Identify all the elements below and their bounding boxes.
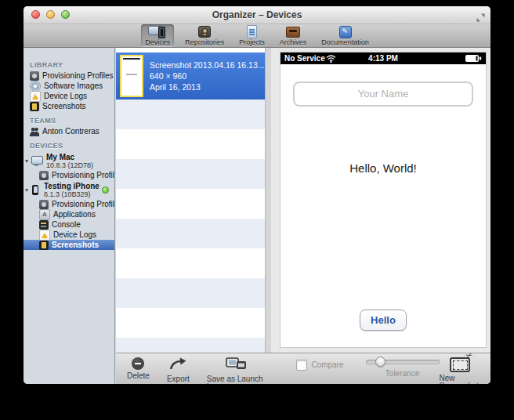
fullscreen-icon[interactable]: [476, 11, 485, 20]
sidebar-item-label: Anton Contreras: [42, 127, 100, 136]
sidebar-item-provisioning-profiles[interactable]: Provisioning Profiles: [24, 71, 114, 81]
screenshot-dimensions: 640 × 960: [150, 71, 266, 81]
archives-icon: [283, 25, 303, 39]
compare-control: Compare: [296, 360, 343, 371]
provisioning-profiles-icon: [30, 71, 39, 81]
device-os-version: 10.8.3 (12D78): [46, 161, 93, 169]
device-connected-dot: [102, 186, 109, 194]
new-screenshot-label: New Screenshot: [440, 375, 481, 384]
sidebar-section-library: LIBRARY: [30, 61, 114, 69]
organizer-window: Organizer – Devices Devices Repositories…: [24, 6, 490, 384]
export-icon: [169, 357, 186, 373]
toolbar-label: Devices: [145, 39, 170, 46]
toolbar-item-repositories[interactable]: Repositories: [181, 24, 228, 46]
sidebar-item-mac-provisioning-profiles[interactable]: Provisioning Profiles: [24, 170, 114, 180]
sidebar-item-label: Device Logs: [53, 230, 96, 239]
device-os-version: 6.1.3 (10B329): [44, 190, 100, 198]
team-icon: [30, 127, 39, 136]
repositories-icon: [194, 25, 215, 39]
export-label: Export: [167, 375, 190, 383]
status-time: 4:13 PM: [281, 54, 486, 63]
export-button[interactable]: Export: [167, 357, 190, 383]
sidebar: LIBRARY Provisioning Profiles Software I…: [24, 48, 115, 384]
sidebar-item-label: Screenshots: [42, 102, 86, 110]
sidebar-item-label: Device Logs: [44, 92, 87, 100]
iphone-icon: [32, 185, 38, 195]
documentation-icon: [335, 25, 356, 39]
toolbar-label: Documentation: [321, 39, 369, 46]
preview-panel: No Service 4:13 PM Your Name Hello, Worl…: [271, 48, 490, 353]
mac-icon: [31, 156, 43, 165]
tolerance-slider[interactable]: [366, 360, 440, 364]
toolbar-label: Archives: [280, 39, 307, 46]
list-scrollbar[interactable]: [265, 48, 271, 353]
sidebar-item-label: Provisioning Profiles: [52, 200, 115, 208]
window-title: Organizer – Devices: [24, 9, 490, 20]
provisioning-profiles-icon: [39, 200, 49, 209]
toolbar-label: Projects: [239, 39, 265, 46]
toolbar-item-projects[interactable]: Projects: [235, 24, 269, 46]
iphone-status-bar: No Service 4:13 PM: [281, 52, 486, 64]
toolbar-item-archives[interactable]: Archives: [276, 24, 311, 46]
disclosure-triangle-icon[interactable]: ▾: [25, 186, 31, 194]
applications-icon: [39, 209, 50, 220]
compare-checkbox[interactable]: [296, 360, 307, 371]
toolbar-item-documentation[interactable]: Documentation: [317, 24, 373, 46]
device-logs-icon: [39, 230, 50, 241]
sidebar-item-software-images[interactable]: Software Images: [24, 81, 114, 91]
sidebar-item-iphone-provisioning-profiles[interactable]: Provisioning Profiles: [24, 199, 114, 209]
delete-label: Delete: [127, 372, 150, 380]
delete-icon: [132, 357, 144, 370]
bottom-toolbar: Delete Export Save as Launch Image Compa…: [116, 353, 490, 384]
tolerance-control: Tolerance: [366, 360, 440, 378]
sidebar-section-teams: TEAMS: [30, 117, 114, 125]
screenshot-list: Screenshot 2013.04.16 16.13.... 640 × 96…: [116, 48, 271, 353]
main-toolbar: Devices Repositories Projects Archives D…: [24, 24, 490, 48]
toolbar-item-devices[interactable]: Devices: [141, 24, 174, 46]
battery-icon: [465, 55, 482, 63]
title-bar[interactable]: Organizer – Devices: [24, 6, 490, 24]
save-as-launch-image-button[interactable]: Save as Launch Image: [207, 357, 266, 384]
disclosure-triangle-icon[interactable]: ▾: [25, 158, 31, 165]
console-icon: [39, 220, 49, 230]
compare-label: Compare: [311, 361, 343, 369]
sidebar-item-device-logs[interactable]: Device Logs: [24, 91, 114, 101]
sidebar-item-iphone-device-logs[interactable]: Device Logs: [24, 230, 114, 240]
new-screenshot-icon: [450, 357, 470, 372]
device-logs-icon: [30, 91, 41, 102]
delete-button[interactable]: Delete: [127, 357, 150, 380]
sidebar-section-devices: DEVICES: [30, 142, 114, 150]
name-textfield: Your Name: [293, 81, 473, 107]
provisioning-profiles-icon: [39, 171, 49, 180]
screenshot-title: Screenshot 2013.04.16 16.13....: [150, 60, 266, 71]
screenshot-thumbnail: [120, 55, 143, 97]
sidebar-item-label: Applications: [53, 210, 96, 219]
sidebar-device-my-mac[interactable]: ▾ My Mac 10.8.3 (12D78): [24, 151, 114, 170]
sidebar-item-console[interactable]: Console: [24, 219, 114, 230]
new-screenshot-button[interactable]: New Screenshot: [440, 357, 481, 384]
projects-icon: [241, 25, 262, 39]
hello-button: Hello: [360, 310, 407, 331]
software-images-icon: [30, 81, 41, 92]
save-launch-image-label: Save as Launch Image: [207, 375, 266, 384]
sidebar-item-label: Software Images: [44, 81, 103, 90]
sidebar-item-applications[interactable]: Applications: [24, 209, 114, 219]
hello-world-label: Hello, World!: [281, 161, 486, 175]
list-empty-rows: [116, 100, 265, 353]
device-name: Testing iPhone: [44, 182, 100, 190]
save-launch-image-icon: [226, 357, 247, 373]
toolbar-label: Repositories: [185, 39, 224, 46]
screenshot-date: April 16, 2013: [150, 81, 266, 92]
tolerance-label: Tolerance: [386, 370, 419, 378]
screenshot-preview-image: No Service 4:13 PM Your Name Hello, Worl…: [281, 52, 486, 347]
sidebar-item-iphone-screenshots[interactable]: Screenshots: [24, 240, 114, 250]
sidebar-item-screenshots[interactable]: Screenshots: [24, 101, 114, 111]
sidebar-item-team-anton-contreras[interactable]: Anton Contreras: [24, 126, 114, 136]
slider-thumb[interactable]: [375, 357, 386, 367]
sidebar-device-testing-iphone[interactable]: ▾ Testing iPhone 6.1.3 (10B329): [24, 180, 114, 199]
devices-icon: [147, 25, 168, 39]
screenshots-icon: [30, 102, 39, 111]
sidebar-item-label: Screenshots: [52, 241, 99, 249]
screenshot-list-item[interactable]: Screenshot 2013.04.16 16.13.... 640 × 96…: [116, 52, 265, 100]
sidebar-item-label: Console: [52, 220, 81, 229]
